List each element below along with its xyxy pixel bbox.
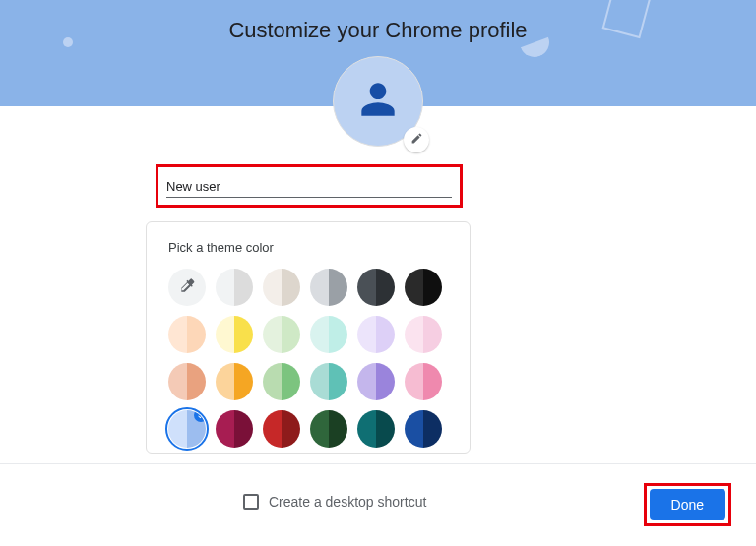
theme-swatch[interactable] — [263, 316, 300, 353]
avatar-container — [333, 56, 423, 147]
desktop-shortcut-label: Create a desktop shortcut — [269, 494, 426, 510]
desktop-shortcut-checkbox[interactable]: Create a desktop shortcut — [243, 494, 426, 510]
theme-swatch[interactable] — [216, 269, 253, 306]
theme-swatch-custom-picker[interactable] — [168, 269, 206, 306]
profile-name-highlight — [156, 164, 463, 208]
profile-name-input[interactable] — [166, 175, 452, 198]
person-icon — [358, 80, 398, 123]
eyedropper-icon — [178, 276, 196, 298]
theme-swatch[interactable] — [168, 363, 206, 400]
theme-swatch[interactable] — [405, 269, 442, 306]
theme-legend: Pick a theme color — [168, 240, 448, 255]
checkbox-icon — [243, 494, 259, 510]
theme-swatch[interactable] — [310, 269, 347, 306]
theme-swatch[interactable] — [405, 363, 442, 400]
theme-swatch-selected[interactable] — [168, 410, 206, 448]
theme-swatch[interactable] — [263, 410, 300, 448]
theme-color-card: Pick a theme color — [146, 221, 471, 454]
theme-swatch[interactable] — [263, 269, 300, 306]
theme-swatch-grid — [168, 269, 448, 448]
check-icon — [194, 410, 206, 422]
theme-swatch[interactable] — [216, 410, 253, 448]
theme-swatch[interactable] — [357, 316, 395, 353]
edit-avatar-button[interactable] — [404, 127, 429, 152]
pencil-icon — [410, 131, 423, 149]
theme-swatch[interactable] — [310, 316, 347, 353]
theme-swatch[interactable] — [405, 316, 442, 353]
done-button-highlight: Done — [644, 483, 731, 526]
footer: Create a desktop shortcut Done — [0, 463, 756, 546]
theme-swatch[interactable] — [216, 363, 253, 400]
theme-swatch[interactable] — [357, 269, 395, 306]
theme-swatch[interactable] — [357, 410, 395, 448]
theme-swatch[interactable] — [310, 410, 347, 448]
theme-swatch[interactable] — [405, 410, 442, 448]
theme-swatch[interactable] — [357, 363, 395, 400]
theme-swatch[interactable] — [168, 316, 206, 353]
theme-swatch[interactable] — [216, 316, 253, 353]
decorative-dot — [63, 37, 73, 47]
theme-swatch[interactable] — [310, 363, 347, 400]
theme-swatch[interactable] — [263, 363, 300, 400]
done-button[interactable]: Done — [650, 489, 725, 520]
